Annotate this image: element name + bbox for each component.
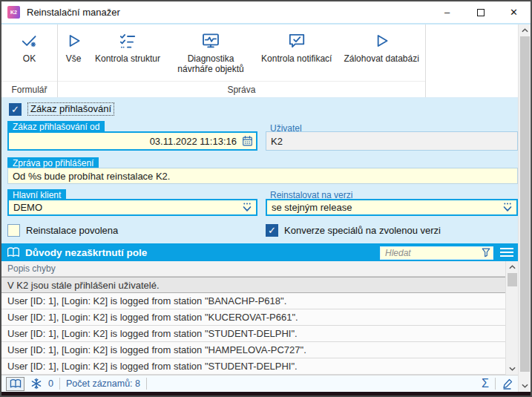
kontrola-notifikaci-button[interactable]: Kontrola notifikací bbox=[255, 28, 338, 81]
window-controls: – ✕ bbox=[430, 1, 531, 23]
status-separator bbox=[59, 378, 60, 390]
zakaz-prihlasovani-label[interactable]: Zákaz přihlašování bbox=[27, 102, 114, 116]
table-row[interactable]: User [ID: 1], [Login: K2] is logged from… bbox=[1, 358, 518, 375]
statusbar: 0 Počet záznamů: 8 Σ bbox=[1, 375, 518, 392]
app-window: K2 Reinstalační manažer – ✕ bbox=[0, 0, 532, 397]
zalohovat-databazi-button[interactable]: Zálohovat databázi bbox=[338, 28, 424, 81]
hlavni-klient-input[interactable] bbox=[7, 199, 257, 216]
book-view-button[interactable] bbox=[6, 377, 24, 391]
reinstalace-povolena-label[interactable]: Reinstalace povolena bbox=[26, 225, 118, 236]
scrollbar-thumb[interactable] bbox=[520, 36, 530, 372]
book-icon bbox=[10, 378, 22, 389]
scroll-down-icon[interactable] bbox=[506, 363, 519, 375]
zalohovat-databazi-label: Zálohovat databázi bbox=[344, 53, 418, 64]
search-box bbox=[380, 246, 493, 259]
status-counter: 0 bbox=[48, 378, 53, 389]
grid-header: Důvody nezaškrtnutí pole bbox=[1, 243, 518, 261]
table-row[interactable]: User [ID: 1], [Login: K2] is logged from… bbox=[1, 309, 518, 326]
konverze-specialu-label[interactable]: Konverze speciálů na zvolenou verzi bbox=[284, 225, 441, 236]
zprava-input[interactable] bbox=[7, 168, 518, 184]
grid-title: Důvody nezaškrtnutí pole bbox=[25, 247, 147, 258]
reinstalace-povolena-checkbox[interactable] bbox=[7, 224, 20, 237]
status-separator bbox=[495, 378, 496, 390]
diagnostika-button[interactable]: Diagnostika návrháře objektů bbox=[166, 28, 255, 81]
ribbon-toolbar: OK Formulář Vše bbox=[1, 24, 518, 98]
scroll-down-icon[interactable] bbox=[519, 380, 531, 392]
scrollbar-thumb[interactable] bbox=[508, 273, 517, 286]
reinstalovat-verzi-input[interactable] bbox=[266, 199, 518, 216]
grid-rows: V K2 jsou stále přihlášeni uživatelé.Use… bbox=[1, 277, 518, 375]
dropdown-icon[interactable] bbox=[502, 202, 513, 214]
maximize-button[interactable] bbox=[464, 1, 497, 23]
vse-button[interactable]: Vše bbox=[58, 28, 89, 81]
kontrola-struktur-label: Kontrola struktur bbox=[95, 53, 160, 64]
play-icon bbox=[64, 31, 83, 50]
table-row[interactable]: V K2 jsou stále přihlášeni uživatelé. bbox=[1, 277, 518, 293]
kontrola-notifikaci-label: Kontrola notifikací bbox=[261, 53, 332, 64]
ribbon-group-formular: Formulář bbox=[1, 81, 57, 97]
uzivatel-input[interactable] bbox=[266, 131, 518, 151]
k2-logo-icon: K2 bbox=[7, 6, 20, 19]
scroll-up-icon[interactable] bbox=[506, 261, 519, 273]
table-row[interactable]: User [ID: 1], [Login: K2] is logged from… bbox=[1, 326, 518, 342]
close-button[interactable]: ✕ bbox=[497, 1, 531, 23]
dropdown-icon[interactable] bbox=[241, 202, 253, 214]
menu-icon[interactable] bbox=[497, 244, 516, 260]
column-header-popis-chyby[interactable]: Popis chyby bbox=[1, 261, 518, 277]
record-count: Počet záznamů: 8 bbox=[66, 378, 140, 389]
checklist-icon bbox=[118, 31, 137, 50]
maximize-icon bbox=[477, 9, 485, 16]
kontrola-struktur-button[interactable]: Kontrola struktur bbox=[89, 28, 166, 81]
window-title: Reinstalační manažer bbox=[27, 7, 120, 18]
konverze-specialu-checkbox[interactable] bbox=[266, 224, 278, 237]
ribbon-empty-area bbox=[426, 24, 518, 97]
titlebar: K2 Reinstalační manažer – ✕ bbox=[1, 1, 531, 23]
monitor-pulse-icon bbox=[201, 31, 220, 50]
table-scrollbar[interactable] bbox=[505, 261, 518, 375]
diagnostika-label: Diagnostika návrháře objektů bbox=[172, 53, 249, 74]
edit-pencil-icon[interactable] bbox=[502, 378, 513, 390]
zakaz-prihlasovani-checkbox[interactable] bbox=[9, 103, 22, 116]
chat-check-icon bbox=[287, 31, 306, 50]
bottom-edge-strip bbox=[1, 392, 531, 396]
table-row[interactable]: User [ID: 1], [Login: K2] is logged from… bbox=[1, 293, 518, 309]
status-separator bbox=[146, 378, 147, 390]
vse-button-label: Vše bbox=[66, 53, 82, 64]
play-icon bbox=[372, 31, 391, 50]
ok-button[interactable]: OK bbox=[14, 28, 45, 81]
zakaz-od-input[interactable] bbox=[7, 131, 257, 151]
book-icon bbox=[7, 246, 20, 258]
table-row[interactable]: User [ID: 1], [Login: K2] is logged from… bbox=[1, 342, 518, 358]
sum-icon[interactable]: Σ bbox=[482, 377, 489, 390]
snowflake-icon[interactable] bbox=[30, 378, 42, 390]
ok-button-label: OK bbox=[23, 53, 36, 64]
ok-check-icon bbox=[20, 31, 39, 50]
grid-body: Popis chyby V K2 jsou stále přihlášeni u… bbox=[1, 261, 518, 375]
minimize-button[interactable]: – bbox=[430, 1, 464, 23]
scroll-up-icon[interactable] bbox=[519, 24, 531, 36]
ribbon-group-sprava: Správa bbox=[58, 81, 425, 97]
calendar-icon[interactable] bbox=[242, 136, 253, 147]
form-area: Zákaz přihlašování Zákaz přihlašování od… bbox=[1, 98, 518, 243]
search-input[interactable] bbox=[380, 246, 493, 260]
filter-icon[interactable] bbox=[481, 247, 491, 260]
form-scrollbar[interactable] bbox=[518, 24, 531, 392]
